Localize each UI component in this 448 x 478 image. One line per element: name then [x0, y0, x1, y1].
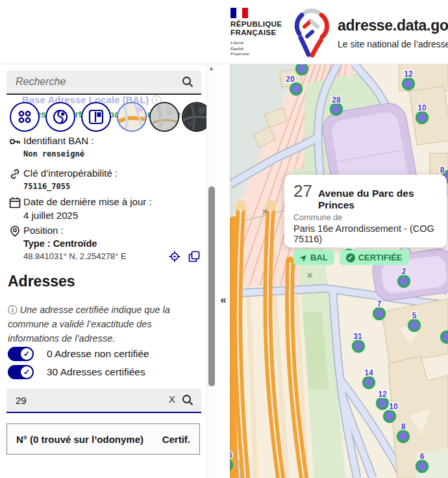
- scrollbar-thumb[interactable]: [208, 186, 215, 386]
- field-value: Non renseigné: [23, 149, 93, 158]
- address-marker[interactable]: [291, 84, 302, 95]
- field-position: Position : Type : Centroïde 48.841031° N…: [8, 225, 127, 261]
- marker-label: 28: [332, 95, 341, 105]
- certifiee-badge: ✓ CERTIFIÉE: [340, 250, 409, 265]
- info-icon: ⓘ: [8, 305, 18, 315]
- layer-button-globe[interactable]: [45, 102, 75, 132]
- bal-badge: ➤ BAL: [293, 250, 334, 265]
- field-label: Position :: [23, 225, 127, 236]
- location-pin-icon: [9, 225, 21, 237]
- marker-label: 2: [402, 267, 406, 276]
- field-label: Clé d’interopérabilité :: [23, 168, 118, 179]
- address-marker[interactable]: [417, 461, 428, 472]
- copy-icon[interactable]: [188, 251, 200, 262]
- popup-house-number: 27: [293, 181, 312, 201]
- check-circle-icon: ✓: [346, 253, 355, 262]
- address-marker[interactable]: [442, 332, 448, 343]
- address-marker[interactable]: [364, 377, 375, 388]
- field-label: Date de dernière mise à jour :: [23, 196, 152, 207]
- marker-label: 7: [377, 299, 382, 308]
- address-marker[interactable]: [230, 460, 232, 471]
- collapse-sidebar-button[interactable]: «: [218, 290, 229, 310]
- marker-label: 20: [286, 75, 295, 84]
- plan-thumbnail: [118, 103, 146, 131]
- site-title: adresse.data.gouv.fr: [338, 17, 448, 34]
- toggle-certifiees[interactable]: ✓: [8, 365, 34, 379]
- globe-icon: [52, 108, 69, 125]
- address-marker[interactable]: [384, 411, 395, 422]
- layer-button-points[interactable]: [10, 102, 40, 132]
- map-canvas[interactable]: × × 202812108275311412108636: [230, 64, 448, 478]
- field-label: Identifiant BAN :: [23, 135, 93, 146]
- republique-line1: RÉPUBLIQUE: [230, 20, 292, 29]
- search-input[interactable]: [6, 70, 201, 94]
- layer-button-plan[interactable]: [117, 102, 147, 132]
- layer-button-ortho[interactable]: [149, 102, 179, 132]
- marker-label: 14: [364, 368, 373, 377]
- marker-label: 5: [412, 311, 417, 320]
- sidebar: Base Adresse Locale (BAL) ⓘ Adresses cer…: [0, 64, 206, 478]
- toggle-label: 0 Adresse non certifiée: [47, 348, 149, 360]
- address-marker[interactable]: [398, 431, 409, 442]
- addresses-heading: Adresses: [8, 273, 75, 290]
- table-header-number: N° (0 trouvé sur l’odonyme): [16, 434, 143, 445]
- marker-label: 12: [404, 69, 413, 79]
- adresse-pin-logo-icon: [291, 5, 330, 61]
- position-type: Type : Centroïde: [23, 238, 127, 249]
- marker-label: 6: [420, 452, 425, 461]
- address-marker[interactable]: [403, 79, 414, 90]
- marker-label: 8: [440, 166, 445, 175]
- marker-label: 10: [417, 103, 427, 112]
- cadastre-plan-icon: [88, 109, 104, 125]
- motto: Liberté Égalité Fraternité: [230, 40, 292, 57]
- marker-label: 12: [378, 390, 387, 399]
- ortho-thumbnail: [150, 103, 179, 131]
- search-icon[interactable]: [182, 76, 193, 88]
- address-table-header: N° (0 trouvé sur l’odonyme) Certif.: [6, 423, 200, 455]
- toggle-non-certifiee[interactable]: ✓: [8, 347, 34, 361]
- field-value: 75116_7055: [23, 182, 118, 191]
- layer-button-cadastre[interactable]: [81, 102, 111, 132]
- position-coords: 48.841031° N, 2.254278° E: [23, 251, 127, 261]
- field-value: 4 juillet 2025: [23, 210, 152, 221]
- table-header-certif: Certif.: [162, 434, 190, 445]
- marker-label: 31: [353, 332, 362, 341]
- address-marker[interactable]: [331, 104, 342, 115]
- field-cle-interop: Clé d’interopérabilité : 75116_7055: [8, 168, 118, 191]
- popup-commune-name: Paris 16e Arrondissement - (COG 75116): [293, 223, 438, 244]
- republique-francaise-logo: RÉPUBLIQUE FRANÇAISE Liberté Égalité Fra…: [230, 8, 292, 60]
- crosshair-icon[interactable]: [169, 251, 180, 262]
- address-marker[interactable]: [409, 320, 420, 331]
- calendar-icon: [9, 197, 21, 208]
- svg-text:×: ×: [307, 270, 313, 281]
- address-marker[interactable]: [297, 64, 308, 75]
- link-icon: [9, 168, 21, 180]
- address-marker[interactable]: [377, 398, 388, 409]
- address-marker[interactable]: [399, 276, 410, 287]
- toggle-label: 30 Adresses certifiées: [47, 366, 145, 378]
- map: × × 202812108275311412108636: [230, 64, 448, 478]
- dots-grid-icon: [17, 109, 32, 125]
- toggle-check-icon: ✓: [21, 348, 32, 360]
- address-marker[interactable]: [417, 112, 428, 123]
- marker-label: 8: [401, 422, 406, 431]
- search-icon[interactable]: [182, 394, 193, 406]
- address-marker[interactable]: [374, 308, 385, 320]
- key-icon: [9, 136, 21, 147]
- address-popup: 27 Avenue du Parc des Princes Commune de…: [284, 175, 447, 247]
- toggle-check-icon: ✓: [21, 366, 32, 378]
- svg-text:×: ×: [262, 206, 268, 217]
- clear-icon[interactable]: X: [169, 394, 175, 405]
- site-tagline: Le site national de l’adresse: [338, 39, 448, 49]
- number-filter-box: X: [6, 388, 201, 413]
- scroll-up-icon[interactable]: ▲: [208, 65, 214, 71]
- sidebar-scrollbar[interactable]: ▲: [206, 64, 217, 478]
- site-header: RÉPUBLIQUE FRANÇAISE Liberté Égalité Fra…: [0, 0, 448, 64]
- field-identifiant-ban: Identifiant BAN : Non renseigné: [8, 135, 93, 158]
- panel-gutter: «: [216, 64, 230, 478]
- navigation-icon: ➤: [298, 252, 309, 263]
- field-date-maj: Date de dernière mise à jour : 4 juillet…: [8, 196, 152, 221]
- addresses-info-text: ⓘ Une adresse certifiée indique que la c…: [8, 303, 203, 346]
- french-flag-icon: [230, 8, 248, 18]
- address-marker[interactable]: [353, 341, 364, 352]
